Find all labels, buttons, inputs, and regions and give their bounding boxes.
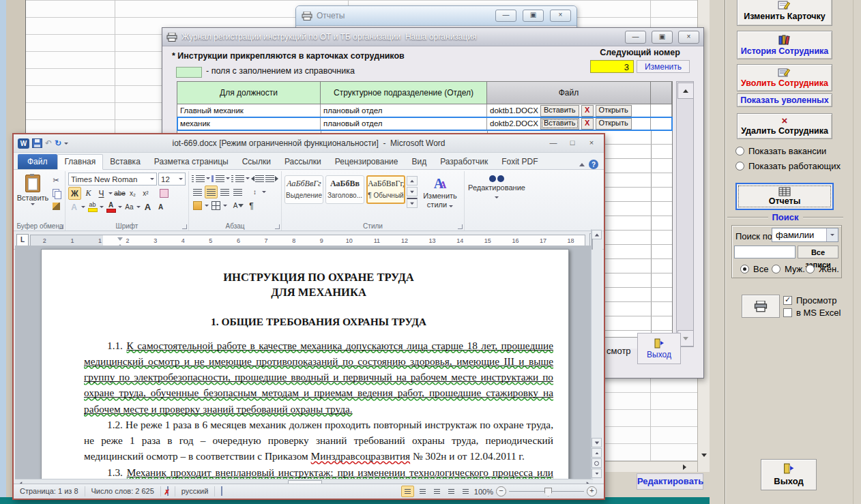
file-name[interactable]: doktb2.DOCX (490, 119, 538, 128)
scroll-down-icon[interactable] (592, 438, 602, 447)
dialog-launcher-icon[interactable] (458, 224, 463, 229)
style-card-emphasis[interactable]: АаБбВвГг Выделение (284, 175, 323, 204)
cell-department[interactable]: плановый отдел (321, 117, 487, 130)
underline-button[interactable]: Ч (96, 188, 107, 199)
maximize-icon[interactable]: ▣ (523, 10, 544, 22)
gender-male-radio[interactable]: Муж. (772, 264, 805, 274)
view-print-layout-icon[interactable] (401, 486, 414, 497)
change-case-button[interactable]: Аа (123, 201, 135, 213)
dialog-launcher-icon[interactable] (59, 224, 63, 229)
close-icon[interactable]: × (550, 10, 571, 22)
journal-titlebar[interactable]: Журнал регистрации инструкций по ОТ и ТБ… (162, 28, 703, 46)
clear-formatting-button[interactable] (158, 188, 170, 199)
tab-developer[interactable]: Разработчик (433, 155, 495, 169)
scroll-down-icon[interactable] (701, 454, 707, 457)
change-styles-button[interactable]: АА Изменить стили (419, 173, 461, 222)
column-header-department[interactable]: Структурное подразделение (Отдел) (321, 82, 487, 104)
collapse-ribbon-icon[interactable] (579, 163, 585, 166)
minimize-icon[interactable]: — (544, 137, 563, 149)
borders-button[interactable] (210, 200, 222, 211)
line-spacing-button[interactable]: ↕ (249, 186, 261, 198)
styles-gallery-icon[interactable] (407, 198, 418, 208)
gender-female-radio[interactable]: Жен. (806, 264, 839, 274)
cell-position[interactable]: Главный механик (177, 104, 321, 117)
status-language[interactable]: русский (175, 486, 215, 496)
checkbox-checked-icon[interactable] (783, 296, 792, 305)
tab-page-layout[interactable]: Разметка страницы (147, 155, 235, 169)
dialog-launcher-icon[interactable] (182, 224, 187, 229)
cell-department[interactable]: плановый отдел (321, 104, 487, 117)
tab-home[interactable]: Главная (57, 154, 104, 170)
editing-button[interactable]: Редактирование (467, 173, 526, 200)
style-card-normal[interactable]: АаБбВвГг, ¶ Обычный (366, 175, 405, 204)
open-file-button[interactable]: Открыть (596, 105, 632, 117)
tab-insert[interactable]: Вставка (103, 155, 147, 169)
remove-file-button[interactable]: X (581, 118, 594, 130)
scroll-up-icon[interactable] (677, 83, 694, 99)
reports-titlebar[interactable]: Отчеты — ▣ × (296, 6, 577, 26)
underline-menu-icon[interactable] (108, 192, 113, 194)
view-web-layout-icon[interactable] (431, 486, 443, 496)
decrease-indent-button[interactable] (251, 173, 264, 184)
next-page-icon[interactable] (592, 469, 602, 478)
delete-employee-button[interactable]: × Удалить Сотрудника (737, 113, 832, 139)
next-number-field[interactable]: 3 (590, 60, 634, 73)
checkbox-icon[interactable] (783, 308, 792, 317)
horizontal-ruler[interactable]: 21123456789101112131415161718 (30, 235, 585, 246)
justify-button[interactable] (232, 186, 244, 198)
print-button[interactable] (742, 295, 780, 318)
history-button[interactable]: История Сотрудника (737, 31, 832, 59)
gender-all-radio[interactable]: Все (740, 264, 768, 274)
column-header-file[interactable]: Файл (487, 82, 651, 104)
multilevel-list-button[interactable] (231, 173, 244, 184)
edit-record-button[interactable]: Редактировать (637, 473, 703, 490)
grow-font-button[interactable]: А (142, 201, 154, 213)
cell-position[interactable]: механик (177, 117, 321, 130)
close-icon[interactable]: × (582, 137, 601, 149)
scroll-up-icon[interactable] (592, 230, 602, 239)
undo-icon[interactable]: ↶ (45, 138, 52, 148)
zoom-slider-thumb[interactable] (544, 488, 552, 496)
tab-review[interactable]: Рецензирование (328, 155, 405, 169)
align-right-button[interactable] (219, 186, 231, 198)
select-browse-object-icon[interactable] (592, 458, 602, 468)
styles-scroll-down-icon[interactable] (407, 187, 418, 196)
radio-icon[interactable] (772, 265, 780, 273)
zoom-out-icon[interactable]: − (496, 486, 506, 496)
tab-foxit-pdf[interactable]: Foxit PDF (495, 155, 544, 169)
tab-view[interactable]: Вид (405, 155, 433, 169)
font-name-combo[interactable]: Times New Roman (68, 173, 157, 186)
numbering-button[interactable] (211, 173, 224, 184)
strikethrough-button[interactable]: abe (114, 188, 126, 199)
insert-file-button[interactable]: Вставить (540, 118, 579, 130)
align-center-button[interactable] (205, 186, 218, 198)
copy-icon[interactable] (50, 188, 62, 198)
minimize-icon[interactable]: — (625, 31, 646, 44)
view-outline-icon[interactable] (446, 486, 457, 496)
subscript-button[interactable]: x₂ (127, 188, 138, 199)
shading-button[interactable] (192, 200, 203, 211)
all-records-button[interactable]: Все записи (798, 246, 838, 258)
show-vacancies-radio[interactable]: Показать вакансии (735, 146, 826, 156)
file-name[interactable]: doktb1.DOCX (490, 106, 538, 115)
previous-page-icon[interactable] (592, 448, 602, 458)
text-effects-button[interactable]: А (68, 201, 80, 213)
insert-file-button[interactable]: Вставить (540, 105, 579, 117)
zoom-level[interactable]: 100% (474, 488, 493, 496)
word-titlebar[interactable]: iot-669.docx [Режим ограниченной функцио… (14, 134, 604, 153)
increase-indent-button[interactable] (265, 173, 278, 184)
open-file-button[interactable]: Открыть (596, 118, 632, 130)
scroll-right-icon[interactable] (683, 464, 686, 470)
table-vertical-scrollbar[interactable] (676, 81, 694, 347)
help-icon[interactable]: ? (589, 160, 598, 169)
table-row-selected[interactable]: механик плановый отдел doktb2.DOCX Встав… (177, 117, 672, 130)
scrollbar-thumb[interactable] (592, 239, 593, 250)
tab-file[interactable]: Файл (18, 154, 57, 169)
restore-icon[interactable]: ▣ (652, 31, 673, 44)
macro-record-icon[interactable] (215, 486, 229, 496)
cut-icon[interactable]: ✂ (50, 175, 62, 186)
zoom-slider[interactable] (509, 491, 584, 492)
spellcheck-icon[interactable]: ✗ (161, 486, 175, 496)
show-paragraph-marks-button[interactable]: ¶ (246, 200, 257, 211)
chevron-down-icon[interactable] (826, 228, 838, 241)
